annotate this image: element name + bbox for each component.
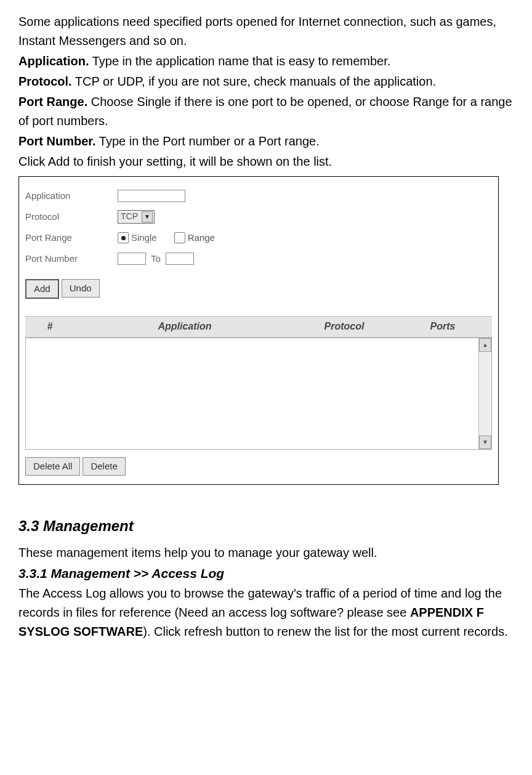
col-application: Application	[75, 317, 295, 337]
col-protocol: Protocol	[295, 317, 393, 337]
listbox-scrollbar[interactable]: ▲ ▼	[478, 338, 491, 449]
label-protocol: Protocol.	[18, 75, 72, 88]
chevron-down-icon: ▼	[142, 211, 153, 222]
to-label: To	[151, 251, 161, 266]
port-to-input[interactable]	[166, 253, 194, 265]
add-button[interactable]: Add	[25, 279, 59, 299]
access-log-text-c: ). Click refresh button to renew the lis…	[143, 625, 507, 638]
intro-closing: Click Add to finish your setting, it wil…	[18, 152, 514, 171]
portrange-field-label: Port Range	[25, 230, 118, 245]
undo-button[interactable]: Undo	[62, 279, 100, 298]
port-settings-panel: Application Protocol TCP ▼ Port Range Si…	[18, 176, 499, 485]
field-desc-protocol: Protocol. TCP or UDP, if you are not sur…	[18, 72, 514, 91]
portnumber-field-label: Port Number	[25, 251, 118, 266]
protocol-field-label: Protocol	[25, 209, 118, 224]
delete-all-button[interactable]: Delete All	[25, 457, 80, 476]
access-log-description: The Access Log allows you to browse the …	[18, 584, 514, 641]
ports-table-header: # Application Protocol Ports	[25, 316, 492, 338]
scroll-up-icon[interactable]: ▲	[479, 338, 491, 352]
col-number: #	[25, 317, 75, 337]
range-radio-label: Range	[188, 230, 215, 245]
field-desc-portnumber: Port Number. Type in the Port number or …	[18, 132, 514, 151]
section-heading-management: 3.3 Management	[18, 514, 514, 537]
scroll-down-icon[interactable]: ▼	[479, 436, 491, 449]
label-application: Application.	[18, 54, 89, 68]
protocol-select-value: TCP	[121, 210, 138, 224]
desc-protocol: TCP or UDP, if you are not sure, check m…	[72, 75, 436, 88]
protocol-select[interactable]: TCP ▼	[118, 210, 155, 224]
desc-portrange: Choose Single if there is one port to be…	[18, 95, 512, 128]
application-field-label: Application	[25, 189, 118, 203]
desc-portnumber: Type in the Port number or a Port range.	[96, 134, 320, 148]
field-desc-portrange: Port Range. Choose Single if there is on…	[18, 92, 514, 131]
subsection-heading-access-log: 3.3.1 Management >> Access Log	[18, 564, 514, 584]
range-radio[interactable]	[174, 232, 185, 243]
port-from-input[interactable]	[118, 253, 146, 265]
col-ports: Ports	[393, 317, 492, 337]
single-radio-label: Single	[131, 230, 157, 245]
ports-listbox[interactable]: ▲ ▼	[25, 338, 492, 450]
desc-application: Type in the application name that is eas…	[89, 54, 390, 68]
application-input[interactable]	[118, 190, 185, 202]
label-portrange: Port Range.	[18, 95, 87, 108]
intro-paragraph: Some applications need specified ports o…	[18, 12, 514, 51]
single-radio[interactable]	[118, 232, 129, 243]
field-desc-application: Application. Type in the application nam…	[18, 52, 514, 71]
section-intro: These management items help you to manag…	[18, 543, 514, 562]
delete-button[interactable]: Delete	[83, 457, 125, 476]
label-portnumber: Port Number.	[18, 134, 96, 148]
